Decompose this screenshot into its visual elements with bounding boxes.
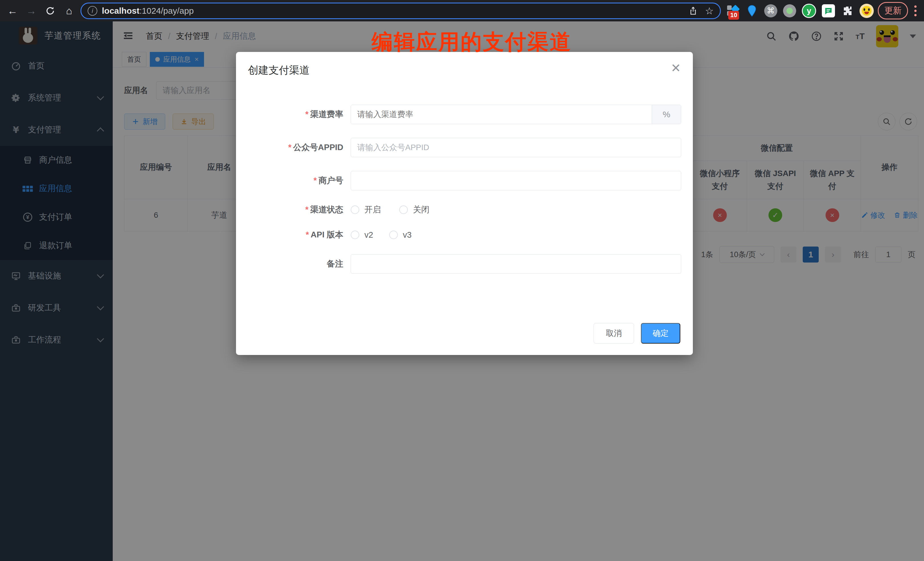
- extension-y-icon[interactable]: y: [802, 4, 816, 18]
- dialog-body: *渠道费率 % *公众号APPID *商户号 *渠道状态 开启 关闭 *API …: [236, 77, 693, 274]
- required-asterisk: *: [314, 176, 317, 185]
- extension-pin-icon[interactable]: [746, 4, 759, 17]
- radio-api-v2[interactable]: v2: [351, 230, 373, 240]
- extension-green-dot-icon[interactable]: [783, 4, 796, 17]
- refresh-icon: [45, 6, 55, 16]
- channel-status-label: 渠道状态: [310, 205, 343, 214]
- radio-icon: [351, 206, 359, 214]
- dialog-footer: 取消 确定: [594, 323, 680, 344]
- radio-icon: [351, 231, 359, 239]
- radio-status-open[interactable]: 开启: [351, 204, 381, 216]
- required-asterisk: *: [305, 110, 309, 119]
- appid-input[interactable]: [351, 138, 681, 157]
- confirm-button[interactable]: 确定: [641, 323, 680, 344]
- remark-label: 备注: [327, 259, 343, 268]
- extension-badge: 10: [728, 11, 739, 20]
- browser-update-button[interactable]: 更新: [878, 2, 908, 20]
- dialog-title: 创建支付渠道: [248, 63, 310, 77]
- radio-status-closed[interactable]: 关闭: [399, 204, 429, 216]
- dialog-close-icon[interactable]: ✕: [671, 63, 681, 73]
- browser-toolbar: ← → ⌂ i localhost:1024/pay/app ☆ 10 ⌘: [0, 0, 924, 21]
- appid-label: 公众号APPID: [293, 142, 343, 152]
- browser-menu-button[interactable]: [912, 5, 919, 16]
- required-asterisk: *: [306, 230, 309, 239]
- fee-rate-input[interactable]: [351, 105, 652, 124]
- remark-input[interactable]: [351, 254, 681, 274]
- form-row-fee-rate: *渠道费率 %: [236, 105, 693, 124]
- form-row-api-version: *API 版本 v2 v3: [236, 229, 693, 240]
- y-glyph: y: [807, 6, 811, 15]
- radio-icon: [399, 206, 408, 214]
- form-row-merchant-no: *商户号: [236, 171, 693, 190]
- browser-refresh-button[interactable]: [43, 3, 58, 18]
- extension-command-icon[interactable]: ⌘: [764, 4, 777, 17]
- fee-rate-label: 渠道费率: [310, 110, 343, 119]
- form-row-channel-status: *渠道状态 开启 关闭: [236, 204, 693, 216]
- url-text[interactable]: localhost:1024/pay/app: [102, 6, 684, 16]
- extensions-zone: 10 ⌘ y: [726, 4, 874, 18]
- api-version-label: API 版本: [311, 230, 343, 239]
- api-version-radio-group: v2 v3: [351, 230, 411, 240]
- browser-home-button[interactable]: ⌂: [62, 3, 76, 18]
- radio-icon: [389, 231, 398, 239]
- address-bar[interactable]: i localhost:1024/pay/app ☆: [81, 3, 721, 19]
- percent-append: %: [652, 105, 681, 124]
- extension-kite-icon[interactable]: 10: [726, 4, 740, 17]
- required-asterisk: *: [305, 205, 309, 214]
- extension-chat-icon[interactable]: [822, 4, 835, 17]
- browser-forward-button[interactable]: →: [24, 3, 39, 18]
- form-row-appid: *公众号APPID: [236, 138, 693, 157]
- merchant-no-label: 商户号: [318, 176, 343, 185]
- profile-avatar[interactable]: [860, 4, 874, 18]
- browser-back-button[interactable]: ←: [5, 3, 20, 18]
- required-asterisk: *: [288, 142, 291, 152]
- form-row-remark: 备注: [236, 254, 693, 274]
- site-info-icon[interactable]: i: [88, 6, 97, 16]
- command-glyph: ⌘: [767, 6, 775, 15]
- cancel-button[interactable]: 取消: [594, 323, 634, 344]
- annotation-text: 编辑应用的支付渠道: [372, 28, 572, 57]
- bookmark-star-icon[interactable]: ☆: [705, 6, 714, 16]
- merchant-no-input[interactable]: [351, 171, 681, 190]
- share-icon[interactable]: [688, 6, 698, 16]
- extensions-puzzle-icon[interactable]: [841, 4, 854, 17]
- fee-rate-input-group: %: [351, 105, 681, 124]
- radio-api-v3[interactable]: v3: [389, 230, 412, 240]
- channel-status-radio-group: 开启 关闭: [351, 204, 429, 216]
- create-pay-channel-dialog: 创建支付渠道 ✕ *渠道费率 % *公众号APPID *商户号 *渠道状态 开启…: [236, 52, 693, 355]
